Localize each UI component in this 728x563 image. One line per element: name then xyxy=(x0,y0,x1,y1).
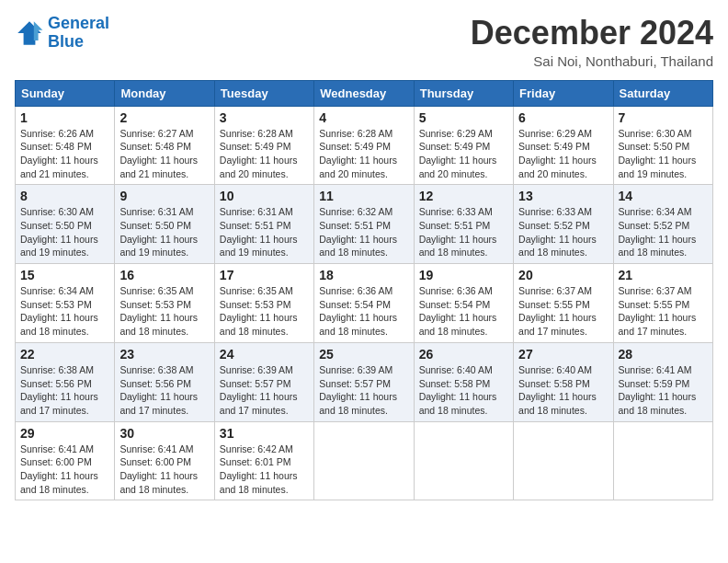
calendar-cell: 13 Sunrise: 6:33 AMSunset: 5:52 PMDaylig… xyxy=(514,185,613,264)
day-number: 22 xyxy=(20,347,109,362)
day-number: 7 xyxy=(619,110,708,125)
column-header-saturday: Saturday xyxy=(613,80,712,106)
day-number: 4 xyxy=(319,110,408,125)
calendar-cell: 8 Sunrise: 6:30 AMSunset: 5:50 PMDayligh… xyxy=(16,185,115,264)
calendar-cell: 17 Sunrise: 6:35 AMSunset: 5:53 PMDaylig… xyxy=(214,264,313,343)
calendar-cell: 22 Sunrise: 6:38 AMSunset: 5:56 PMDaylig… xyxy=(16,342,115,421)
day-number: 10 xyxy=(220,189,309,203)
page-header: General Blue December 2024 Sai Noi, Nont… xyxy=(15,15,713,69)
calendar-cell: 3 Sunrise: 6:28 AMSunset: 5:49 PMDayligh… xyxy=(214,106,313,185)
day-number: 20 xyxy=(518,268,608,282)
day-number: 29 xyxy=(20,426,109,441)
day-info: Sunrise: 6:31 AMSunset: 5:51 PMDaylight:… xyxy=(220,205,309,259)
day-info: Sunrise: 6:41 AMSunset: 6:00 PMDaylight:… xyxy=(20,442,109,497)
column-header-thursday: Thursday xyxy=(414,80,513,106)
logo: General Blue xyxy=(15,15,109,52)
day-number: 5 xyxy=(419,110,508,125)
day-info: Sunrise: 6:30 AMSunset: 5:50 PMDaylight:… xyxy=(619,127,708,181)
day-info: Sunrise: 6:39 AMSunset: 5:57 PMDaylight:… xyxy=(220,363,309,418)
calendar-cell: 21 Sunrise: 6:37 AMSunset: 5:55 PMDaylig… xyxy=(613,264,712,343)
calendar-week-row: 22 Sunrise: 6:38 AMSunset: 5:56 PMDaylig… xyxy=(16,342,713,421)
day-info: Sunrise: 6:39 AMSunset: 5:57 PMDaylight:… xyxy=(319,363,408,418)
column-header-sunday: Sunday xyxy=(16,80,115,106)
location-subtitle: Sai Noi, Nonthaburi, Thailand xyxy=(471,53,713,69)
calendar-cell xyxy=(314,421,414,500)
day-info: Sunrise: 6:37 AMSunset: 5:55 PMDaylight:… xyxy=(518,284,608,339)
day-info: Sunrise: 6:30 AMSunset: 5:50 PMDaylight:… xyxy=(20,205,109,259)
day-number: 1 xyxy=(20,110,109,125)
day-number: 15 xyxy=(20,268,109,282)
day-info: Sunrise: 6:28 AMSunset: 5:49 PMDaylight:… xyxy=(220,127,309,181)
calendar-cell: 25 Sunrise: 6:39 AMSunset: 5:57 PMDaylig… xyxy=(314,342,414,421)
day-number: 6 xyxy=(518,110,608,125)
column-header-friday: Friday xyxy=(514,80,613,106)
svg-marker-1 xyxy=(34,21,43,40)
calendar-cell: 9 Sunrise: 6:31 AMSunset: 5:50 PMDayligh… xyxy=(115,185,214,264)
day-number: 21 xyxy=(619,268,708,282)
day-info: Sunrise: 6:33 AMSunset: 5:51 PMDaylight:… xyxy=(419,205,508,259)
calendar-cell: 18 Sunrise: 6:36 AMSunset: 5:54 PMDaylig… xyxy=(314,264,414,343)
calendar-cell: 16 Sunrise: 6:35 AMSunset: 5:53 PMDaylig… xyxy=(115,264,214,343)
day-number: 23 xyxy=(119,347,209,362)
calendar-cell: 4 Sunrise: 6:28 AMSunset: 5:49 PMDayligh… xyxy=(314,106,414,185)
day-number: 2 xyxy=(119,110,209,125)
calendar-cell: 14 Sunrise: 6:34 AMSunset: 5:52 PMDaylig… xyxy=(613,185,712,264)
day-number: 16 xyxy=(119,268,209,282)
day-number: 3 xyxy=(220,110,309,125)
calendar-table: SundayMondayTuesdayWednesdayThursdayFrid… xyxy=(15,80,713,501)
day-info: Sunrise: 6:31 AMSunset: 5:50 PMDaylight:… xyxy=(119,205,209,259)
calendar-cell: 6 Sunrise: 6:29 AMSunset: 5:49 PMDayligh… xyxy=(514,106,613,185)
calendar-cell xyxy=(414,421,513,500)
day-info: Sunrise: 6:37 AMSunset: 5:55 PMDaylight:… xyxy=(619,284,708,339)
day-info: Sunrise: 6:34 AMSunset: 5:53 PMDaylight:… xyxy=(20,284,109,339)
calendar-cell: 23 Sunrise: 6:38 AMSunset: 5:56 PMDaylig… xyxy=(115,342,214,421)
day-info: Sunrise: 6:27 AMSunset: 5:48 PMDaylight:… xyxy=(119,127,209,181)
day-info: Sunrise: 6:35 AMSunset: 5:53 PMDaylight:… xyxy=(119,284,209,339)
day-number: 18 xyxy=(319,268,408,282)
day-number: 19 xyxy=(419,268,508,282)
day-info: Sunrise: 6:41 AMSunset: 6:00 PMDaylight:… xyxy=(119,442,209,497)
calendar-cell: 1 Sunrise: 6:26 AMSunset: 5:48 PMDayligh… xyxy=(16,106,115,185)
day-info: Sunrise: 6:40 AMSunset: 5:58 PMDaylight:… xyxy=(419,363,508,418)
column-header-monday: Monday xyxy=(115,80,214,106)
day-info: Sunrise: 6:26 AMSunset: 5:48 PMDaylight:… xyxy=(20,127,109,181)
day-info: Sunrise: 6:35 AMSunset: 5:53 PMDaylight:… xyxy=(220,284,309,339)
day-number: 17 xyxy=(220,268,309,282)
day-info: Sunrise: 6:38 AMSunset: 5:56 PMDaylight:… xyxy=(119,363,209,418)
calendar-cell: 10 Sunrise: 6:31 AMSunset: 5:51 PMDaylig… xyxy=(214,185,313,264)
calendar-cell: 15 Sunrise: 6:34 AMSunset: 5:53 PMDaylig… xyxy=(16,264,115,343)
day-number: 26 xyxy=(419,347,508,362)
column-header-wednesday: Wednesday xyxy=(314,80,414,106)
logo-text: General Blue xyxy=(48,15,109,52)
day-info: Sunrise: 6:40 AMSunset: 5:58 PMDaylight:… xyxy=(518,363,608,418)
calendar-cell xyxy=(613,421,712,500)
day-number: 9 xyxy=(119,189,209,203)
column-header-tuesday: Tuesday xyxy=(214,80,313,106)
calendar-cell: 26 Sunrise: 6:40 AMSunset: 5:58 PMDaylig… xyxy=(414,342,513,421)
calendar-cell: 30 Sunrise: 6:41 AMSunset: 6:00 PMDaylig… xyxy=(115,421,214,500)
calendar-week-row: 29 Sunrise: 6:41 AMSunset: 6:00 PMDaylig… xyxy=(16,421,713,500)
day-number: 30 xyxy=(119,426,209,441)
calendar-cell: 24 Sunrise: 6:39 AMSunset: 5:57 PMDaylig… xyxy=(214,342,313,421)
calendar-cell: 19 Sunrise: 6:36 AMSunset: 5:54 PMDaylig… xyxy=(414,264,513,343)
calendar-cell: 11 Sunrise: 6:32 AMSunset: 5:51 PMDaylig… xyxy=(314,185,414,264)
day-number: 31 xyxy=(220,426,309,441)
calendar-week-row: 8 Sunrise: 6:30 AMSunset: 5:50 PMDayligh… xyxy=(16,185,713,264)
calendar-week-row: 1 Sunrise: 6:26 AMSunset: 5:48 PMDayligh… xyxy=(16,106,713,185)
calendar-cell: 28 Sunrise: 6:41 AMSunset: 5:59 PMDaylig… xyxy=(613,342,712,421)
calendar-cell: 7 Sunrise: 6:30 AMSunset: 5:50 PMDayligh… xyxy=(613,106,712,185)
day-info: Sunrise: 6:29 AMSunset: 5:49 PMDaylight:… xyxy=(419,127,508,181)
calendar-cell: 2 Sunrise: 6:27 AMSunset: 5:48 PMDayligh… xyxy=(115,106,214,185)
calendar-header-row: SundayMondayTuesdayWednesdayThursdayFrid… xyxy=(16,80,713,106)
day-number: 14 xyxy=(619,189,708,203)
day-info: Sunrise: 6:29 AMSunset: 5:49 PMDaylight:… xyxy=(518,127,608,181)
day-info: Sunrise: 6:42 AMSunset: 6:01 PMDaylight:… xyxy=(220,442,309,497)
day-info: Sunrise: 6:36 AMSunset: 5:54 PMDaylight:… xyxy=(419,284,508,339)
day-info: Sunrise: 6:28 AMSunset: 5:49 PMDaylight:… xyxy=(319,127,408,181)
day-info: Sunrise: 6:36 AMSunset: 5:54 PMDaylight:… xyxy=(319,284,408,339)
calendar-cell: 29 Sunrise: 6:41 AMSunset: 6:00 PMDaylig… xyxy=(16,421,115,500)
logo-icon xyxy=(15,18,44,48)
month-title: December 2024 xyxy=(471,15,713,52)
calendar-cell: 31 Sunrise: 6:42 AMSunset: 6:01 PMDaylig… xyxy=(214,421,313,500)
title-block: December 2024 Sai Noi, Nonthaburi, Thail… xyxy=(471,15,713,69)
